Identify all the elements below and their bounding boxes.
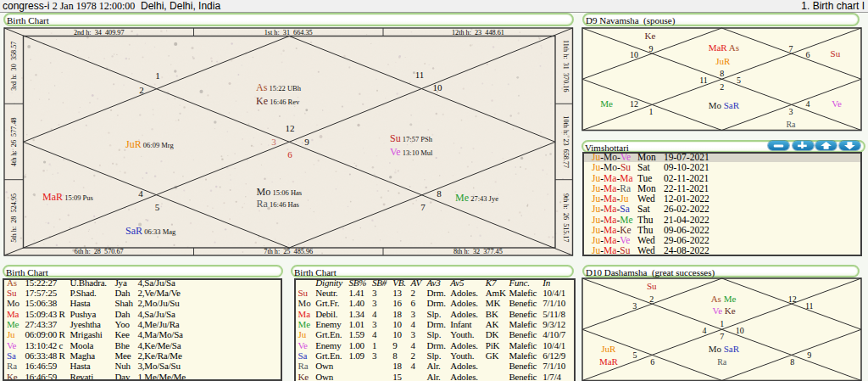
svg-text:SaR 06:33 Mag: SaR 06:33 Mag xyxy=(125,225,176,237)
svg-text:3: 3 xyxy=(271,137,276,147)
svg-text:As Me: As Me xyxy=(711,294,737,304)
svg-text:Ve 13:10 Mul: Ve 13:10 Mul xyxy=(390,146,433,158)
svg-text:Me: Me xyxy=(600,98,613,109)
svg-text:7th h: 25 485.96: 7th h: 25 485.96 xyxy=(264,248,313,255)
svg-text:2: 2 xyxy=(720,81,724,91)
svg-text:8: 8 xyxy=(437,188,442,199)
svg-text:4: 4 xyxy=(703,326,707,335)
svg-text:11: 11 xyxy=(805,301,814,311)
svg-text:4: 4 xyxy=(806,99,810,109)
svg-text:8: 8 xyxy=(720,68,724,77)
svg-text:JuR: JuR xyxy=(715,55,731,65)
svg-text:12: 12 xyxy=(788,294,797,304)
svg-text:Su: Su xyxy=(647,281,657,291)
svg-text:11: 11 xyxy=(699,76,708,85)
svg-text:5: 5 xyxy=(155,202,160,212)
svg-text:5: 5 xyxy=(633,350,637,360)
svg-text:Me 27:43 Jye: Me 27:43 Jye xyxy=(455,192,498,204)
svg-text:6: 6 xyxy=(806,50,810,59)
svg-text:1: 1 xyxy=(649,106,654,115)
svg-text:MaR As: MaR As xyxy=(709,42,739,53)
svg-text:9th h: 26 515.17: 9th h: 26 515.17 xyxy=(562,193,570,243)
svg-text:9: 9 xyxy=(807,350,811,360)
svg-text:7: 7 xyxy=(789,43,793,53)
svg-text:Ra: Ra xyxy=(786,119,796,128)
svg-text:Mo SaR: Mo SaR xyxy=(709,344,740,354)
svg-text:JuR 06:09 Mrg: JuR 06:09 Mrg xyxy=(125,138,175,150)
svg-text:8th h: 32 377.45: 8th h: 32 377.45 xyxy=(453,248,503,255)
svg-text:2nd h: 34 409.97: 2nd h: 34 409.97 xyxy=(74,29,125,36)
svg-text:1: 1 xyxy=(155,70,160,81)
svg-text:10th h: 23 658.77: 10th h: 23 658.77 xyxy=(562,115,570,168)
svg-text:Su: Su xyxy=(831,48,841,58)
svg-text:As 15:22 UBh: As 15:22 UBh xyxy=(256,81,302,93)
svg-text:2: 2 xyxy=(139,85,144,95)
svg-text:7: 7 xyxy=(720,332,724,341)
svg-text:5: 5 xyxy=(737,76,741,85)
svg-text:12: 12 xyxy=(630,99,638,109)
svg-text:8: 8 xyxy=(790,357,794,367)
svg-text:Ve: Ve xyxy=(832,98,842,109)
svg-text:1st h: 31 664.35: 1st h: 31 664.35 xyxy=(264,29,313,36)
svg-text:9: 9 xyxy=(304,137,309,147)
svg-text:Ra: Ra xyxy=(717,357,727,367)
svg-text:Mo SaR: Mo SaR xyxy=(709,99,740,109)
svg-text:Ke 16:46 Rev: Ke 16:46 Rev xyxy=(256,95,300,107)
svg-text:4th h: 26 577.48: 4th h: 26 577.48 xyxy=(10,117,18,166)
svg-text:Ve Ke: Ve Ke xyxy=(712,305,735,316)
svg-text:5th h: 28 524.95: 5th h: 28 524.95 xyxy=(10,193,18,243)
svg-text:7: 7 xyxy=(420,202,426,212)
svg-text:MaR 15:09 Pus: MaR 15:09 Pus xyxy=(42,191,93,203)
svg-text:Ke: Ke xyxy=(645,31,656,41)
svg-text:2: 2 xyxy=(649,294,654,304)
svg-text:11: 11 xyxy=(415,70,425,80)
svg-text:6: 6 xyxy=(287,149,292,160)
svg-text:Mo 15:06 Has: Mo 15:06 Has xyxy=(257,186,303,198)
svg-text:1: 1 xyxy=(720,319,724,328)
svg-text:10: 10 xyxy=(736,326,744,335)
svg-text:9: 9 xyxy=(649,43,654,53)
svg-text:4: 4 xyxy=(138,188,143,199)
svg-text:JuR: JuR xyxy=(601,344,616,354)
svg-text:10: 10 xyxy=(433,82,443,92)
svg-text:11th h: 31 370.16: 11th h: 31 370.16 xyxy=(562,40,570,92)
svg-text:3: 3 xyxy=(789,106,793,115)
svg-text:MaR: MaR xyxy=(599,356,619,367)
svg-text:6th h: 28 570.67: 6th h: 28 570.67 xyxy=(75,248,124,255)
svg-text:3: 3 xyxy=(632,301,637,311)
svg-text:Ra 16:46 Has: Ra 16:46 Has xyxy=(257,198,299,210)
svg-text:Su 17:57 PSh: Su 17:57 PSh xyxy=(390,132,433,144)
svg-text:6: 6 xyxy=(650,357,654,367)
svg-text:12: 12 xyxy=(286,123,295,133)
svg-text:12th h: 23 448.61: 12th h: 23 448.61 xyxy=(452,29,504,36)
svg-text:10: 10 xyxy=(630,50,638,59)
svg-text:3rd h: 30 358.57: 3rd h: 30 358.57 xyxy=(10,42,18,91)
